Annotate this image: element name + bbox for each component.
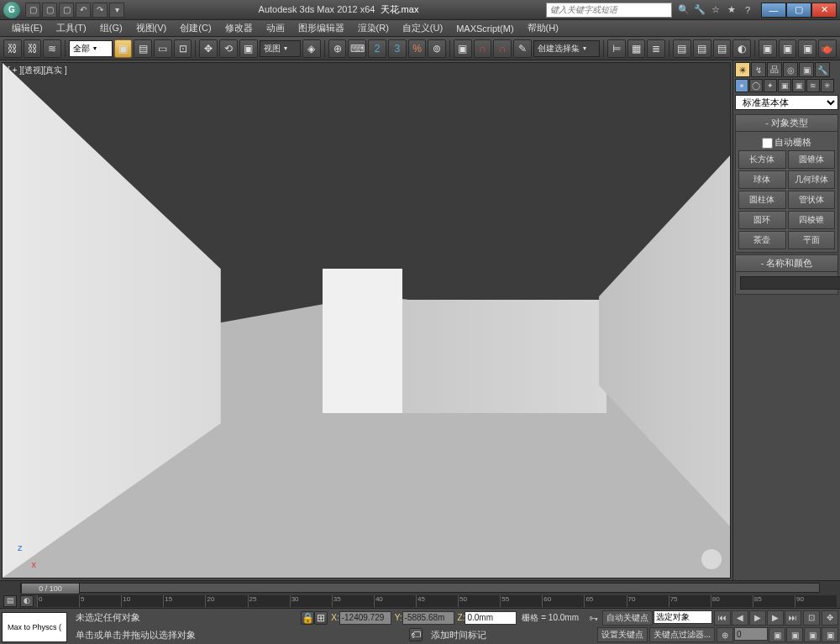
rollout-name-color[interactable]: - 名称和颜色 bbox=[735, 254, 838, 272]
redo-icon[interactable]: ↷ bbox=[92, 3, 108, 18]
trackbar-ruler[interactable]: 051015202530354045505560657075808590 bbox=[37, 595, 837, 607]
pyramid-button[interactable]: 四棱锥 bbox=[788, 211, 836, 229]
category-dropdown[interactable]: 标准基本体 bbox=[735, 95, 838, 110]
frame-input[interactable] bbox=[734, 627, 768, 641]
isolate-icon[interactable]: ⊡ bbox=[803, 610, 820, 626]
new-icon[interactable]: ▢ bbox=[25, 3, 40, 18]
select-object-icon[interactable]: ▣ bbox=[114, 39, 133, 58]
menu-maxscript[interactable]: MAXScript(M) bbox=[449, 22, 520, 35]
link-icon[interactable]: ⛓ bbox=[3, 39, 22, 58]
edit-sel-icon[interactable]: ✎ bbox=[513, 39, 532, 58]
key-icon[interactable]: 🔧 bbox=[693, 3, 706, 17]
help-search-input[interactable] bbox=[546, 3, 672, 18]
select-scale-icon[interactable]: ▣ bbox=[239, 39, 258, 58]
viewport-perspective[interactable]: [ + ][透视][真实 ] zx bbox=[2, 62, 731, 579]
render-teapot-icon[interactable]: 🫖 bbox=[818, 39, 837, 58]
curve-editor-icon[interactable]: ▤ bbox=[693, 39, 711, 58]
nav1-icon[interactable]: ▣ bbox=[769, 627, 785, 642]
goto-end-icon[interactable]: ⏭ bbox=[785, 610, 801, 626]
z-coord-input[interactable] bbox=[465, 611, 517, 625]
select-rotate-icon[interactable]: ⟲ bbox=[219, 39, 238, 58]
rollout-object-type[interactable]: - 对象类型 bbox=[735, 114, 838, 132]
trackbar-toggle-icon[interactable]: ▤ bbox=[3, 595, 17, 607]
snap-percent-icon[interactable]: % bbox=[408, 39, 427, 58]
search-icon[interactable]: 🔍 bbox=[677, 3, 690, 17]
align-icon[interactable]: ≣ bbox=[647, 39, 665, 58]
time-tag-icon[interactable]: 🏷 bbox=[409, 628, 423, 641]
layers-icon[interactable]: ▤ bbox=[673, 39, 691, 58]
menu-tools[interactable]: 工具(T) bbox=[50, 20, 93, 36]
object-name-input[interactable] bbox=[740, 276, 840, 290]
geosphere-button[interactable]: 几何球体 bbox=[788, 170, 836, 189]
bind-icon[interactable]: ≋ bbox=[43, 39, 61, 58]
play-icon[interactable]: ▶ bbox=[749, 610, 766, 626]
menu-modifiers[interactable]: 修改器 bbox=[218, 20, 260, 36]
window-cross-icon[interactable]: ⊡ bbox=[174, 39, 192, 58]
mirror-icon[interactable]: ⊨ bbox=[607, 39, 626, 58]
unlink-icon[interactable]: ⛓ bbox=[24, 39, 42, 58]
menu-edit[interactable]: 编辑(E) bbox=[5, 20, 50, 36]
snap-angle-icon[interactable]: 3 bbox=[388, 39, 407, 58]
magnet-icon[interactable]: ∩ bbox=[474, 39, 492, 58]
cone-button[interactable]: 圆锥体 bbox=[788, 150, 836, 169]
viewport-label[interactable]: [ + ][透视][真实 ] bbox=[8, 65, 67, 76]
utilities-tab-icon[interactable]: 🔧 bbox=[815, 62, 830, 77]
spacewarps-icon[interactable]: ≋ bbox=[806, 79, 820, 92]
modify-tab-icon[interactable]: ↯ bbox=[751, 62, 766, 77]
ref-coord-dropdown[interactable]: 视图 bbox=[260, 40, 301, 57]
plane-button[interactable]: 平面 bbox=[788, 231, 836, 249]
open-icon[interactable]: ▢ bbox=[42, 3, 57, 18]
key-filters-button[interactable]: 关键点过滤器... bbox=[649, 627, 715, 642]
prev-frame-icon[interactable]: ◀ bbox=[732, 610, 748, 626]
help-icon[interactable]: ? bbox=[741, 3, 754, 17]
nav-icon[interactable]: ✥ bbox=[822, 610, 838, 626]
time-slider-thumb[interactable]: 0 / 100 bbox=[21, 583, 80, 594]
named-sel-icon[interactable]: ▣ bbox=[454, 39, 472, 58]
goto-start-icon[interactable]: ⏮ bbox=[714, 610, 731, 626]
save-icon[interactable]: ▢ bbox=[59, 3, 74, 18]
spinner-snap-icon[interactable]: ⊚ bbox=[428, 39, 446, 58]
app-icon[interactable]: G bbox=[3, 2, 20, 18]
render-prod-icon[interactable]: ▣ bbox=[798, 39, 816, 58]
maximize-button[interactable]: ▢ bbox=[786, 3, 811, 18]
schematic-icon[interactable]: ▤ bbox=[713, 39, 732, 58]
keyboard-icon[interactable]: ⌨ bbox=[348, 39, 366, 58]
add-time-tag[interactable]: 添加时间标记 bbox=[426, 629, 491, 641]
select-move-icon[interactable]: ✥ bbox=[199, 39, 218, 58]
array-icon[interactable]: ▦ bbox=[627, 39, 646, 58]
material-icon[interactable]: ◐ bbox=[732, 39, 751, 58]
fav-icon[interactable]: ★ bbox=[725, 3, 738, 17]
menu-rendering[interactable]: 渲染(R) bbox=[351, 20, 396, 36]
lock-coord-icon[interactable]: 🔒 bbox=[301, 611, 314, 625]
menu-create[interactable]: 创建(C) bbox=[173, 20, 218, 36]
time-config-icon[interactable]: ⊕ bbox=[717, 627, 733, 642]
render-frame-icon[interactable]: ▣ bbox=[779, 39, 797, 58]
viewcube-icon[interactable] bbox=[701, 549, 722, 569]
undo-icon[interactable]: ↶ bbox=[76, 3, 91, 18]
cylinder-button[interactable]: 圆柱体 bbox=[738, 191, 786, 209]
render-setup-icon[interactable]: ▣ bbox=[759, 39, 777, 58]
create-tab-icon[interactable]: ✳ bbox=[735, 62, 750, 77]
cameras-icon[interactable]: ▣ bbox=[778, 79, 791, 92]
manipulate-icon[interactable]: ⊕ bbox=[328, 39, 347, 58]
menu-graph-editors[interactable]: 图形编辑器 bbox=[291, 20, 351, 36]
sphere-button[interactable]: 球体 bbox=[738, 170, 786, 189]
menu-help[interactable]: 帮助(H) bbox=[521, 20, 565, 36]
selected-object-input[interactable] bbox=[654, 610, 712, 624]
menu-group[interactable]: 组(G) bbox=[93, 20, 129, 36]
systems-icon[interactable]: ✳ bbox=[821, 79, 834, 92]
tube-button[interactable]: 管状体 bbox=[788, 191, 836, 209]
display-tab-icon[interactable]: ▣ bbox=[799, 62, 814, 77]
create-selection-dropdown[interactable]: 创建选择集 bbox=[533, 40, 600, 57]
box-button[interactable]: 长方体 bbox=[738, 150, 786, 169]
key-lock-icon[interactable]: 🗝 bbox=[585, 610, 601, 626]
snap-2d-icon[interactable]: 2 bbox=[368, 39, 386, 58]
auto-key-button[interactable]: 自动关键点 bbox=[602, 610, 653, 626]
menu-customize[interactable]: 自定义(U) bbox=[396, 20, 449, 36]
set-key-button[interactable]: 设置关键点 bbox=[597, 627, 648, 642]
selection-filter-dropdown[interactable]: 全部 bbox=[69, 40, 112, 57]
magnet2-icon[interactable]: ∩ bbox=[493, 39, 512, 58]
qat-more-icon[interactable]: ▾ bbox=[109, 3, 124, 18]
y-coord-input[interactable] bbox=[402, 611, 454, 625]
close-button[interactable]: ✕ bbox=[811, 3, 837, 18]
